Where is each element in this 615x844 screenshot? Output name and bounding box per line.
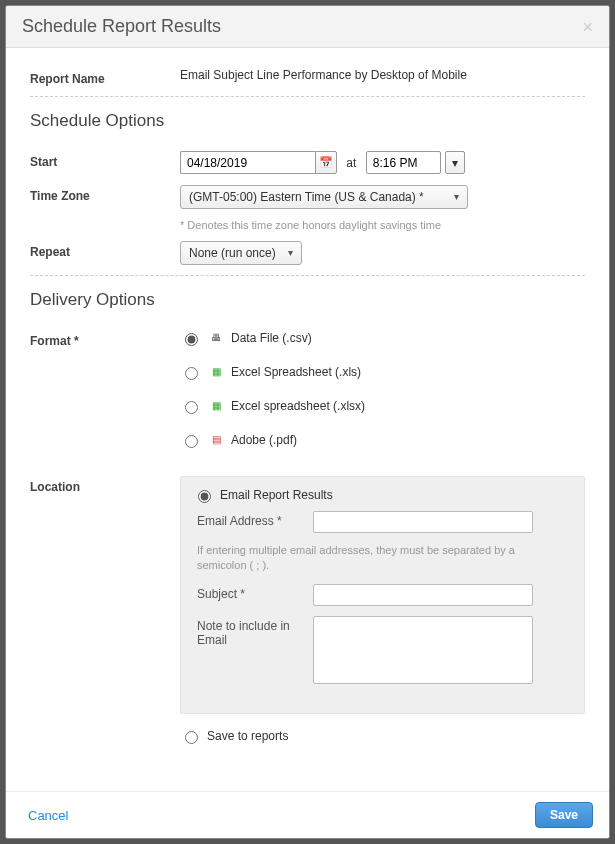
format-option-pdf[interactable]: ▤ Adobe (.pdf): [180, 432, 585, 448]
location-radio-email[interactable]: [198, 490, 211, 503]
divider: [30, 96, 585, 97]
timezone-label: Time Zone: [30, 185, 180, 203]
start-label: Start: [30, 151, 180, 169]
save-option-label: Save to reports: [207, 729, 288, 743]
calendar-button[interactable]: 📅: [315, 151, 337, 174]
modal-title: Schedule Report Results: [22, 16, 221, 37]
format-label-csv: Data File (.csv): [231, 331, 312, 345]
format-options: 🖶 Data File (.csv) ▦ Excel Spreadsheet (…: [180, 330, 585, 466]
cancel-button[interactable]: Cancel: [22, 807, 74, 824]
save-button[interactable]: Save: [535, 802, 593, 828]
format-option-xlsx[interactable]: ▦ Excel spreadsheet (.xlsx): [180, 398, 585, 414]
start-time-field[interactable]: ▾: [366, 151, 465, 174]
format-radio-xls[interactable]: [185, 367, 198, 380]
format-row: Format * 🖶 Data File (.csv) ▦ Excel Spre…: [30, 330, 585, 466]
start-time-input[interactable]: [366, 151, 441, 174]
email-location-panel: Email Report Results Email Address * If …: [180, 476, 585, 714]
repeat-value-wrap: None (run once) ▾: [180, 241, 585, 265]
report-name-value: Email Subject Line Performance by Deskto…: [180, 68, 585, 82]
chevron-down-icon: ▾: [454, 191, 459, 202]
chevron-down-icon: ▾: [288, 247, 293, 258]
close-icon[interactable]: ×: [582, 18, 593, 36]
divider: [30, 275, 585, 276]
file-xls-icon: ▦: [209, 364, 223, 380]
schedule-report-modal: Schedule Report Results × Report Name Em…: [5, 5, 610, 839]
calendar-icon: 📅: [319, 156, 333, 169]
note-textarea[interactable]: [313, 616, 533, 684]
modal-footer: Cancel Save: [6, 791, 609, 838]
repeat-label: Repeat: [30, 241, 180, 259]
start-row: Start 📅 at ▾: [30, 151, 585, 175]
format-option-xls[interactable]: ▦ Excel Spreadsheet (.xls): [180, 364, 585, 380]
email-address-label: Email Address *: [193, 511, 313, 528]
schedule-section-title: Schedule Options: [30, 111, 585, 131]
start-date-input[interactable]: [180, 151, 315, 174]
subject-row: Subject *: [193, 584, 572, 606]
format-option-csv[interactable]: 🖶 Data File (.csv): [180, 330, 585, 346]
note-label: Note to include in Email: [193, 616, 313, 647]
location-row: Location Email Report Results Email Addr…: [30, 476, 585, 744]
repeat-select[interactable]: None (run once) ▾: [180, 241, 302, 265]
time-dropdown-button[interactable]: ▾: [445, 151, 465, 174]
email-address-row: Email Address *: [193, 511, 572, 533]
timezone-hint: * Denotes this time zone honors daylight…: [180, 219, 585, 231]
start-date-field[interactable]: 📅: [180, 151, 337, 174]
repeat-selected: None (run once): [189, 246, 276, 260]
file-csv-icon: 🖶: [209, 330, 223, 346]
timezone-selected: (GMT-05:00) Eastern Time (US & Canada) *: [189, 190, 424, 204]
modal-body: Report Name Email Subject Line Performan…: [6, 48, 609, 791]
repeat-row: Repeat None (run once) ▾: [30, 241, 585, 265]
format-radio-csv[interactable]: [185, 333, 198, 346]
email-address-input[interactable]: [313, 511, 533, 533]
save-option[interactable]: Save to reports: [180, 728, 585, 744]
location-radio-save[interactable]: [185, 731, 198, 744]
start-value: 📅 at ▾: [180, 151, 585, 175]
email-option-label: Email Report Results: [220, 488, 333, 502]
timezone-value: (GMT-05:00) Eastern Time (US & Canada) *…: [180, 185, 585, 231]
location-label: Location: [30, 476, 180, 494]
format-label-pdf: Adobe (.pdf): [231, 433, 297, 447]
timezone-row: Time Zone (GMT-05:00) Eastern Time (US &…: [30, 185, 585, 231]
modal-header: Schedule Report Results ×: [6, 6, 609, 48]
at-text: at: [346, 152, 356, 175]
delivery-section-title: Delivery Options: [30, 290, 585, 310]
report-name-label: Report Name: [30, 68, 180, 86]
format-radio-xlsx[interactable]: [185, 401, 198, 414]
timezone-select[interactable]: (GMT-05:00) Eastern Time (US & Canada) *…: [180, 185, 468, 209]
format-label: Format *: [30, 330, 180, 348]
email-option[interactable]: Email Report Results: [193, 487, 572, 503]
note-row: Note to include in Email: [193, 616, 572, 687]
location-value: Email Report Results Email Address * If …: [180, 476, 585, 744]
chevron-down-icon: ▾: [452, 156, 458, 170]
subject-label: Subject *: [193, 584, 313, 601]
email-hint: If entering multiple email addresses, th…: [193, 543, 572, 574]
report-name-row: Report Name Email Subject Line Performan…: [30, 68, 585, 86]
subject-input[interactable]: [313, 584, 533, 606]
format-label-xls: Excel Spreadsheet (.xls): [231, 365, 361, 379]
format-label-xlsx: Excel spreadsheet (.xlsx): [231, 399, 365, 413]
format-radio-pdf[interactable]: [185, 435, 198, 448]
file-pdf-icon: ▤: [209, 432, 223, 448]
file-xlsx-icon: ▦: [209, 398, 223, 414]
